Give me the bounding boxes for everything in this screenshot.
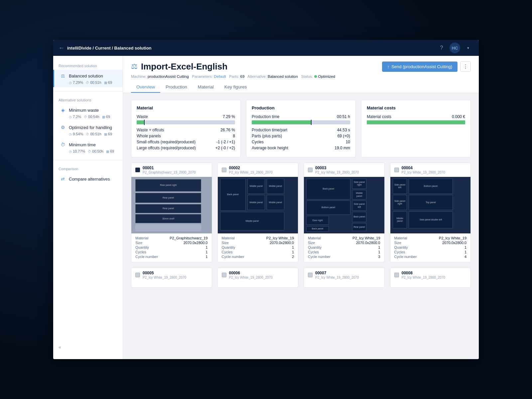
plan-color-box [222,168,226,172]
sidebar-item-minimum-waste[interactable]: ◈ Minimum waste ◷ 7.2% ⏱ 00:54h ▦ 69 [53,104,123,121]
plan-id: 00004 [402,166,445,170]
plan-color-box [308,273,313,277]
cutting-plan-1[interactable]: 00001 P2_Graphitschwarz_19_2800_2070 Rea… [131,163,212,262]
title-icon: ⚖ [131,62,138,71]
sidebar-item-name: Optimized for handling [69,125,112,130]
plan-color-box [135,273,140,277]
plan-subtitle: P2_Icy White_19_2800_2070 [315,276,359,279]
plan-subtitle: P2_Icy White_19_2800_2070 [229,171,273,174]
plan-subtitle: P2_Icy White_19_2800_2070 [143,276,186,279]
plan-subtitle: P2_Graphitschwarz_19_2800_2070 [143,171,196,174]
cutting-plan-2[interactable]: 00002 P2_Icy White_19_2800_2070 Back pan… [217,163,299,262]
cutting-plan-6[interactable]: 00006 P2_Icy White_19_2800_2070 [217,268,299,288]
sidebar-item-name: Minimum time [69,142,96,147]
time-stat: ⏱ 00:50h [88,149,103,153]
plan-id: 00006 [229,271,273,275]
tab-material[interactable]: Material [193,82,219,93]
material-costs-title: Material costs [367,105,465,110]
tab-production[interactable]: Production [160,82,193,93]
waste-stat: ◷ 9.54% [69,132,83,136]
material-card: Material Waste 7.29 % Waste + offcuts 26… [131,100,241,157]
tab-key-figures[interactable]: Key figures [219,82,252,93]
help-icon[interactable]: ? [436,43,447,53]
time-stat: ⏱ 00:51h [86,80,101,84]
compare-icon: ⇄ [60,176,66,182]
plan-id: 00008 [402,271,445,275]
plan-id: 00001 [143,166,196,170]
parts-stat: ▦ 69 [102,115,110,119]
sidebar-item-name: Balanced solution [69,73,103,78]
waste-stat: ◷ 10.77% [69,149,85,153]
balanced-icon: ⚖ [60,72,66,79]
parts-stat: ▦ 69 [106,149,114,153]
comparison-section-label: Comparison [53,164,123,173]
time-stat: ⏱ 00:51h [86,132,101,136]
alternative-section-label: Alternative solutions [53,95,123,104]
cutting-plan-7[interactable]: 00007 P2_Icy White_19_2800_2070 [304,268,385,288]
waste-stat: ◷ 7.2% [69,115,81,119]
plan-subtitle: P2_Icy White_19_2800_2070 [315,171,359,174]
recommended-section-label: Recommended solution [53,61,123,70]
sidebar-item-name: Compare alternatives [69,177,110,182]
avatar-chevron-icon[interactable]: ▼ [463,43,473,53]
cutting-plan-4[interactable]: 00004 P2_Icy White_19_2800_2070 Side pan… [390,163,471,262]
production-card-title: Production [252,105,350,110]
plan-color-box [222,273,226,277]
more-options-button[interactable]: ⋮ [460,61,471,72]
waste-stat: ◷ 7.29% [69,80,83,84]
collapse-sidebar-button[interactable]: « [59,344,117,350]
cutting-plan-5[interactable]: 00005 P2_Icy White_19_2800_2070 [131,268,212,288]
plan-color-box [394,168,399,172]
plan-color-box [394,273,399,277]
send-icon: ↑ [387,64,390,69]
cutting-plan-3[interactable]: 00003 P2_Icy White_19_2800_2070 Back pan… [304,163,385,262]
time-stat: ⏱ 00:54h [84,115,99,119]
parts-stat: ▦ 69 [104,80,112,84]
parts-stat: ▦ 69 [104,132,112,136]
breadcrumb: intelliDivide / Current / Balanced solut… [67,46,152,51]
tab-overview[interactable]: Overview [131,82,160,93]
minimum-time-icon: ⏱ [60,141,66,148]
plan-id: 00002 [229,166,273,170]
back-button[interactable]: ← [59,45,65,52]
optimized-icon: ⚙ [60,124,66,131]
plan-color-box [135,168,140,172]
minimum-waste-icon: ◈ [60,107,66,113]
plan-id: 00003 [315,166,359,170]
send-button[interactable]: ↑ Send (productionAssist Cutting) [382,62,458,72]
plan-id: 00007 [315,271,359,275]
plan-subtitle: P2_Icy White_19_2800_2070 [402,276,445,279]
cutting-plan-8[interactable]: 00008 P2_Icy White_19_2800_2070 [390,268,471,288]
sidebar-item-optimized-handling[interactable]: ⚙ Optimized for handling ◷ 9.54% ⏱ 00:51… [53,121,123,139]
sidebar-item-name: Minimum waste [69,108,99,113]
material-costs-card: Material costs Material costs 0.000 € [361,100,471,157]
sidebar-item-compare[interactable]: ⇄ Compare alternatives [53,173,123,185]
sidebar-item-balanced-solution[interactable]: ⚖ Balanced solution ◷ 7.29% ⏱ 00:51h ▦ 6… [53,70,123,87]
production-card: Production Production time 00:51 h Produ… [246,100,356,157]
user-avatar[interactable]: HC [450,43,460,53]
plan-subtitle: P2_Icy White_19_2800_2070 [229,276,273,279]
plan-color-box [308,168,313,172]
meta-row: Machine: productionAssist Cutting Parame… [131,74,471,78]
material-card-title: Material [137,105,235,110]
page-title: Import-Excel-English [141,62,227,72]
plan-subtitle: P2_Icy White_19_2800_2070 [402,171,445,174]
sidebar-item-minimum-time[interactable]: ⏱ Minimum time ◷ 10.77% ⏱ 00:50h ▦ 69 [53,139,123,156]
plan-id: 00005 [143,271,186,275]
